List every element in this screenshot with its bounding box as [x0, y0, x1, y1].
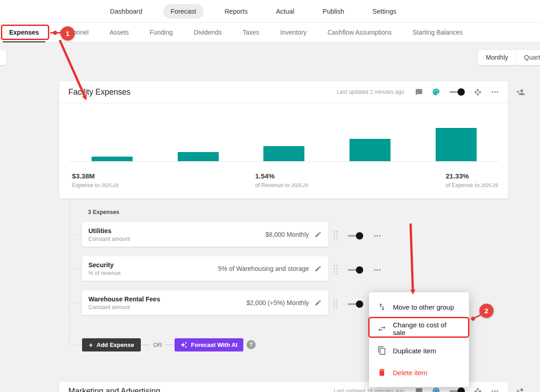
expense-context-menu: Move to other group Change to cost of sa…: [369, 292, 469, 387]
group-connector-line: [69, 199, 70, 345]
tab-inventory[interactable]: Inventory: [280, 29, 307, 36]
swap-vertical-icon: [377, 302, 386, 311]
annotation-rect-change-to-cost-of-sale: [368, 317, 469, 338]
stat-value: 1.54%: [255, 172, 308, 180]
row-ellipsis-icon[interactable]: [373, 266, 381, 274]
menu-item-label: Move to other group: [393, 303, 454, 311]
nav-forecast[interactable]: Forecast: [163, 4, 203, 19]
row-connector: [69, 345, 82, 345]
help-icon[interactable]: ?: [247, 340, 256, 349]
chart-bar-2027: [263, 146, 304, 161]
expense-row-security[interactable]: Security % of revenue 5% of Warehousing …: [82, 256, 328, 281]
chart-bar-2028: [350, 139, 391, 161]
nav-publish[interactable]: Publish: [315, 4, 352, 19]
period-toggle: Monthly Quarterly: [478, 50, 540, 65]
row-controls-utilities: [334, 231, 381, 240]
nav-reports[interactable]: Reports: [217, 4, 255, 19]
tab-taxes[interactable]: Taxes: [243, 29, 260, 36]
card-header: Facility Expenses Last updated 2 minutes…: [59, 81, 508, 103]
expense-type: Constant amount: [88, 304, 160, 311]
expense-name: Security: [88, 261, 121, 269]
stat-label: of Revenue: [255, 182, 285, 188]
card-enable-toggle[interactable]: [449, 387, 465, 392]
menu-move-to-other-group[interactable]: Move to other group: [369, 296, 469, 318]
expense-type: % of revenue: [88, 270, 121, 276]
stat-period: for 2025-29: [285, 183, 308, 188]
move-icon[interactable]: [474, 88, 482, 96]
card-title: Marketing and Advertising: [68, 387, 160, 392]
drag-handle-icon[interactable]: [334, 265, 338, 275]
nav-dashboard[interactable]: Dashboard: [103, 4, 149, 19]
card-enable-toggle[interactable]: [449, 88, 465, 96]
forecast-app: { "top_nav": { "items": [ {"label": "Das…: [0, 0, 540, 392]
expense-value: 5% of Warehousing and storage: [218, 265, 309, 272]
ellipsis-icon[interactable]: [491, 88, 499, 96]
expense-name: Utilities: [88, 227, 130, 234]
comment-icon[interactable]: [415, 387, 423, 392]
palette-icon[interactable]: [432, 387, 440, 392]
edit-pencil-icon[interactable]: [314, 231, 322, 238]
row-enable-toggle[interactable]: [348, 232, 363, 239]
add-expense-button[interactable]: + Add Expense: [82, 338, 141, 351]
stat-period: for 2025-29: [474, 183, 498, 188]
left-partial-button[interactable]: [0, 50, 6, 65]
expense-row-utilities[interactable]: Utilities Constant amount $8,000 Monthly: [82, 222, 328, 247]
ellipsis-icon[interactable]: [491, 387, 499, 392]
tab-funding[interactable]: Funding: [149, 29, 173, 36]
drag-handle-icon[interactable]: [334, 231, 338, 240]
trash-icon: [377, 368, 386, 377]
palette-icon[interactable]: [432, 88, 440, 96]
annotation-badge-1: 1: [61, 26, 75, 41]
add-person-icon[interactable]: [516, 387, 525, 392]
row-enable-toggle[interactable]: [348, 266, 363, 274]
tab-dividends[interactable]: Dividends: [194, 29, 221, 36]
annotation-rect-expenses-tab: [1, 25, 49, 40]
row-connector: [69, 303, 82, 303]
sparkle-icon: [180, 341, 187, 348]
row-connector: [69, 269, 82, 269]
period-monthly[interactable]: Monthly: [478, 50, 516, 65]
nav-settings[interactable]: Settings: [365, 4, 403, 19]
last-updated-text: Last updated 16 minutes ago: [334, 388, 404, 392]
row-controls-security: [334, 265, 381, 275]
chart-bar-2029: [436, 128, 477, 161]
tab-assets[interactable]: Assets: [109, 29, 129, 36]
stat-value: $3.38M: [72, 172, 118, 180]
expense-name: Warehouse Rental Fees: [88, 295, 160, 303]
menu-delete-item[interactable]: Delete item: [369, 361, 469, 383]
tab-cashflow-assumptions[interactable]: Cashflow Assumptions: [328, 29, 392, 36]
top-navigation: Dashboard Forecast Reports Actual Publis…: [0, 0, 540, 23]
or-separator: OR: [142, 341, 173, 348]
drag-handle-icon[interactable]: [334, 299, 338, 309]
row-ellipsis-icon[interactable]: [373, 232, 381, 240]
stat-expense-total: $3.38M Expense for 2025-29: [72, 172, 118, 188]
or-label: OR: [153, 341, 162, 348]
forecast-tab-bar: Expenses Personnel Assets Funding Divide…: [0, 23, 540, 42]
tab-starting-balances[interactable]: Starting Balances: [413, 29, 463, 36]
move-icon[interactable]: [474, 387, 482, 392]
edit-pencil-icon[interactable]: [314, 265, 322, 272]
stat-label: of Expense: [446, 182, 474, 188]
row-enable-toggle[interactable]: [348, 300, 363, 308]
edit-pencil-icon[interactable]: [314, 299, 322, 306]
add-person-icon[interactable]: [516, 88, 525, 97]
menu-duplicate-item[interactable]: Duplicate item: [369, 340, 469, 361]
menu-item-label: Duplicate item: [393, 347, 436, 355]
period-quarterly[interactable]: Quarterly: [516, 50, 540, 65]
expense-row-warehouse-rental[interactable]: Warehouse Rental Fees Constant amount $2…: [82, 290, 328, 315]
stat-percent-of-revenue: 1.54% of Revenue for 2025-29: [255, 172, 308, 188]
expense-bar-chart: [69, 105, 499, 162]
nav-actual[interactable]: Actual: [268, 4, 301, 19]
facility-expenses-card: Facility Expenses Last updated 2 minutes…: [59, 81, 508, 199]
duplicate-icon: [377, 346, 386, 355]
forecast-with-ai-button[interactable]: Forecast With AI: [175, 338, 243, 351]
expense-count-label: 3 Expenses: [88, 209, 119, 215]
comment-icon[interactable]: [415, 88, 423, 96]
stat-label: Expense: [72, 182, 95, 188]
last-updated-text: Last updated 2 minutes ago: [337, 89, 404, 95]
add-expense-label: Add Expense: [97, 341, 134, 348]
menu-item-label: Delete item: [393, 369, 427, 377]
annotation-badge-2: 2: [479, 304, 494, 318]
chart-bar-2026: [178, 152, 219, 161]
expense-value: $8,000 Monthly: [265, 231, 309, 238]
